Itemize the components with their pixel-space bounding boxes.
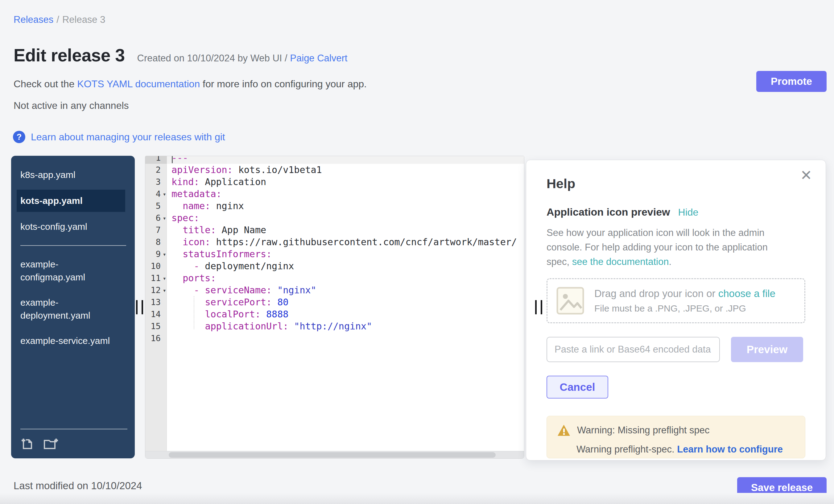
- file-list: k8s-app.yamlkots-app.yamlkots-config.yam…: [11, 156, 135, 351]
- breadcrumb: Releases/Release 3: [14, 14, 105, 25]
- sidebar-file-example-service-yaml[interactable]: example-service.yaml: [20, 330, 122, 351]
- created-info: Created on 10/10/2024 by Web UI / Paige …: [137, 53, 348, 64]
- editor-content[interactable]: 1---2apiVersion: kots.io/v1beta13kind: A…: [145, 156, 524, 344]
- line-number: 13: [145, 296, 167, 308]
- code-line-12[interactable]: 12▾ - serviceName: "nginx": [145, 284, 524, 296]
- preflight-warning-box: Warning: Missing preflight spec Warning …: [547, 416, 805, 458]
- breadcrumb-releases-link[interactable]: Releases: [14, 14, 53, 25]
- code-text[interactable]: kind: Application: [167, 176, 524, 188]
- code-text[interactable]: servicePort: 80: [167, 296, 524, 308]
- sidebar-resize-handle[interactable]: [136, 300, 145, 314]
- cancel-button[interactable]: Cancel: [547, 376, 608, 398]
- sidebar-file-example-configmap-yaml[interactable]: example-configmap.yaml: [20, 254, 122, 288]
- help-panel: ✕ Help Application icon preview Hide See…: [526, 160, 826, 461]
- page-title: Edit release 3: [14, 45, 125, 65]
- git-releases-link[interactable]: Learn about managing your releases with …: [31, 131, 225, 143]
- sidebar-divider: [20, 245, 126, 246]
- code-line-13[interactable]: 13 servicePort: 80: [145, 296, 524, 308]
- code-line-5[interactable]: 5 name: nginx: [145, 200, 524, 212]
- bottom-edge: [0, 493, 834, 504]
- line-number: 11▾: [145, 272, 167, 284]
- line-number: 7: [145, 224, 167, 236]
- preview-button[interactable]: Preview: [731, 337, 803, 362]
- breadcrumb-current: Release 3: [62, 14, 106, 25]
- edit-release-page: Releases/Release 3 Edit release 3 Create…: [0, 0, 834, 504]
- line-number: 4▾: [145, 188, 167, 200]
- code-line-1[interactable]: 1---: [145, 156, 524, 164]
- code-text[interactable]: - serviceName: "nginx": [167, 284, 524, 296]
- editor-horizontal-scrollbar[interactable]: [145, 451, 524, 458]
- code-text[interactable]: icon: https://raw.githubusercontent.com/…: [167, 236, 524, 248]
- help-panel-title: Help: [547, 176, 805, 191]
- code-text[interactable]: [167, 332, 524, 344]
- sidebar-file-example-deployment-yaml[interactable]: example-deployment.yaml: [20, 292, 122, 326]
- scrollbar-thumb[interactable]: [169, 452, 496, 458]
- fold-arrow-icon[interactable]: ▾: [163, 276, 166, 281]
- created-by-link[interactable]: Paige Calvert: [290, 53, 347, 64]
- fold-arrow-icon[interactable]: ▾: [163, 287, 166, 293]
- see-documentation-link[interactable]: see the documentation: [572, 256, 669, 267]
- code-line-7[interactable]: 7 title: App Name: [145, 224, 524, 236]
- hide-link[interactable]: Hide: [678, 207, 699, 218]
- code-line-14[interactable]: 14 localPort: 8888: [145, 308, 524, 320]
- code-text[interactable]: - deployment/nginx: [167, 260, 524, 272]
- code-line-11[interactable]: 11▾ ports:: [145, 272, 524, 284]
- code-line-15[interactable]: 15 applicationUrl: "http://nginx": [145, 320, 524, 332]
- line-number: 14: [145, 308, 167, 320]
- code-text[interactable]: localPort: 8888: [167, 308, 524, 320]
- code-text[interactable]: name: nginx: [167, 200, 524, 212]
- code-text[interactable]: ---: [167, 156, 524, 164]
- icon-dropzone[interactable]: Drag and drop your icon or choose a file…: [547, 278, 805, 323]
- line-number: 10: [145, 260, 167, 272]
- yaml-editor[interactable]: 1---2apiVersion: kots.io/v1beta13kind: A…: [145, 156, 524, 459]
- fold-arrow-icon[interactable]: ▾: [163, 215, 166, 221]
- code-line-16[interactable]: 16: [145, 332, 524, 344]
- code-text[interactable]: applicationUrl: "http://nginx": [167, 320, 524, 332]
- code-line-3[interactable]: 3kind: Application: [145, 176, 524, 188]
- last-modified-text: Last modified on 10/10/2024: [14, 480, 142, 492]
- line-number: 2: [145, 164, 167, 176]
- code-text[interactable]: spec:: [167, 212, 524, 224]
- close-icon[interactable]: ✕: [797, 166, 815, 185]
- line-number: 8: [145, 236, 167, 248]
- dropzone-filetypes: File must be a .PNG, .JPEG, or .JPG: [594, 303, 775, 314]
- sidebar-file-kots-config-yaml[interactable]: kots-config.yaml: [20, 216, 122, 237]
- icon-url-input[interactable]: [547, 337, 720, 362]
- add-folder-icon[interactable]: [43, 436, 59, 450]
- doc-hint-prefix: Check out the: [14, 78, 77, 89]
- warning-icon: [557, 424, 570, 436]
- panel-resize-handle[interactable]: [535, 300, 544, 314]
- description-period: .: [669, 256, 672, 267]
- choose-file-link[interactable]: choose a file: [718, 288, 775, 299]
- add-file-icon[interactable]: [20, 436, 35, 450]
- line-number: 6▾: [145, 212, 167, 224]
- breadcrumb-separator: /: [57, 14, 59, 25]
- code-line-9[interactable]: 9▾ statusInformers:: [145, 248, 524, 260]
- code-line-6[interactable]: 6▾spec:: [145, 212, 524, 224]
- code-text[interactable]: ports:: [167, 272, 524, 284]
- image-placeholder-icon: [556, 287, 585, 315]
- code-line-8[interactable]: 8 icon: https://raw.githubusercontent.co…: [145, 236, 524, 248]
- sidebar-file-k8s-app-yaml[interactable]: k8s-app.yaml: [20, 165, 122, 185]
- code-text[interactable]: apiVersion: kots.io/v1beta1: [167, 164, 524, 176]
- line-number: 12▾: [145, 284, 167, 296]
- file-sidebar: k8s-app.yamlkots-app.yamlkots-config.yam…: [11, 156, 135, 458]
- sidebar-file-kots-app-yaml[interactable]: kots-app.yaml: [17, 190, 125, 212]
- code-text[interactable]: title: App Name: [167, 224, 524, 236]
- created-text: Created on 10/10/2024 by Web UI /: [137, 53, 287, 64]
- question-icon: ?: [13, 131, 25, 143]
- fold-arrow-icon[interactable]: ▾: [163, 191, 166, 197]
- code-text[interactable]: metadata:: [167, 188, 524, 200]
- doc-hint: Check out the KOTS YAML documentation fo…: [14, 78, 367, 90]
- code-line-10[interactable]: 10 - deployment/nginx: [145, 260, 524, 272]
- kots-yaml-doc-link[interactable]: KOTS YAML documentation: [77, 78, 200, 89]
- code-text[interactable]: statusInformers:: [167, 248, 524, 260]
- fold-arrow-icon[interactable]: ▾: [163, 251, 166, 257]
- promote-button[interactable]: Promote: [756, 71, 827, 92]
- line-number: 5: [145, 200, 167, 212]
- channel-status: Not active in any channels: [14, 100, 129, 111]
- learn-configure-link[interactable]: Learn how to configure: [677, 444, 783, 455]
- code-line-4[interactable]: 4▾metadata:: [145, 188, 524, 200]
- doc-hint-suffix: for more info on configuring your app.: [200, 78, 367, 89]
- code-line-2[interactable]: 2apiVersion: kots.io/v1beta1: [145, 164, 524, 176]
